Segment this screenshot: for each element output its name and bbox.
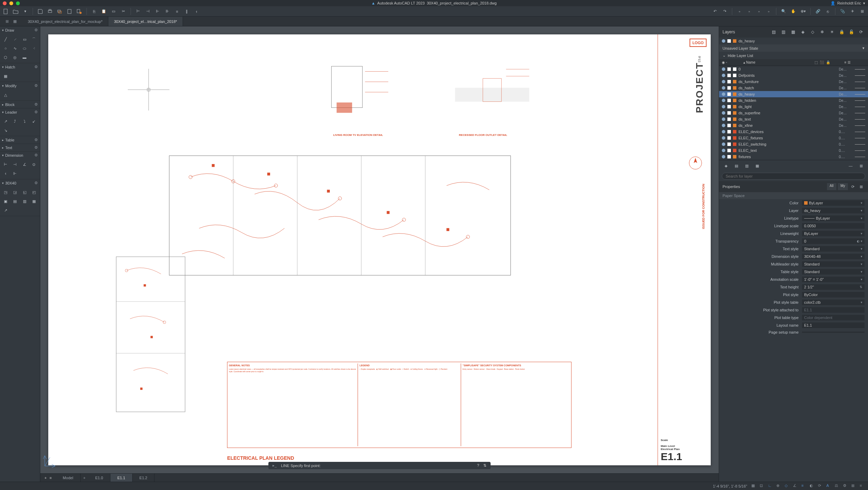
space-dropdown[interactable]: Paper Space xyxy=(719,192,868,199)
help-icon[interactable]: ? xyxy=(477,463,479,468)
zoom-icon[interactable]: ⊕▾ xyxy=(800,8,806,15)
opt-col-2[interactable]: ⬛ xyxy=(820,60,824,64)
sort-icon[interactable]: ▴ xyxy=(743,60,745,64)
layer-btn-10[interactable]: ⟳ xyxy=(858,28,865,35)
clip-icon[interactable]: 📎 xyxy=(840,8,846,15)
layer-freeze-icon[interactable] xyxy=(727,111,731,115)
layer-color-swatch[interactable] xyxy=(733,142,736,146)
gear-icon[interactable]: ⚙ xyxy=(34,110,38,114)
leader2-tool[interactable]: ↘ xyxy=(1,126,10,134)
30x40-section-header[interactable]: ▾ 30X40 ⚙ xyxy=(0,179,40,187)
polyline-tool[interactable]: ⟋ xyxy=(11,35,19,43)
modify-section-header[interactable]: ▾ Modify ⚙ xyxy=(0,82,40,89)
layout-tab-model[interactable]: Model xyxy=(56,474,81,482)
layer-row[interactable]: ds_xfine De… xyxy=(719,122,868,129)
layer-tb2-6[interactable]: ⊞ xyxy=(858,162,865,169)
pan-icon[interactable]: ✋ xyxy=(790,8,796,15)
home-icon[interactable]: ⊞ xyxy=(6,19,10,24)
region-tool[interactable]: ▬ xyxy=(20,53,29,62)
add-model-icon[interactable]: + xyxy=(81,476,88,480)
open-chevron-icon[interactable]: ▾ xyxy=(22,8,28,15)
layer-row[interactable]: ds_furniture De… xyxy=(719,79,868,85)
layer-tb2-2[interactable]: ▤ xyxy=(733,162,740,169)
dimension-section-header[interactable]: ▾ Dimension ⚙ xyxy=(0,152,40,159)
layer-color-swatch[interactable] xyxy=(733,136,736,140)
polygon-tool[interactable]: ⬡ xyxy=(1,53,10,62)
layout-tab-e10[interactable]: E1.0 xyxy=(88,474,110,482)
layer-vis-icon[interactable] xyxy=(722,80,725,83)
paper-space[interactable]: LIVING ROOM TV ELEVATION DETAIL RECESSED… xyxy=(48,34,710,465)
property-value-cell[interactable]: Standard▾ xyxy=(802,246,865,252)
layer-vis-icon[interactable] xyxy=(722,67,725,71)
property-value-cell[interactable]: color2.ctb▾ xyxy=(802,300,865,305)
file-tab-1[interactable]: 30X40_project_el…trical_plan_2018* xyxy=(108,17,183,26)
hide-layer-list-toggle[interactable]: ⌄ Hide Layer List xyxy=(719,52,868,59)
layer-tb2-5[interactable]: — xyxy=(847,162,854,169)
layer-freeze-icon[interactable] xyxy=(727,105,731,108)
doc1-icon[interactable]: ▫ xyxy=(736,8,743,15)
file-tab-0[interactable]: 30X40_project_electrical_plan_for_mockup… xyxy=(22,17,108,26)
property-value-cell[interactable]: E1.1 xyxy=(802,322,865,328)
layer-color-swatch[interactable] xyxy=(733,117,736,121)
new-icon[interactable] xyxy=(3,8,9,15)
undo-icon[interactable]: ↶ xyxy=(712,8,718,15)
search-icon[interactable]: 🔍 xyxy=(781,8,787,15)
layout-tab-e12[interactable]: E1.2 xyxy=(133,474,155,482)
sb-monitor-icon[interactable]: ⊞ xyxy=(851,483,857,489)
props-btn-1[interactable]: ⟳ xyxy=(849,183,856,190)
property-value-cell[interactable]: 0◐ ▾ xyxy=(802,238,865,244)
layer-btn-9[interactable]: 🔓 xyxy=(848,28,855,35)
property-value-cell[interactable]: ds_heavy▾ xyxy=(802,208,865,213)
layer-freeze-icon[interactable] xyxy=(727,92,731,96)
layer-row[interactable]: ds_text De… xyxy=(719,116,868,122)
close-window-button[interactable] xyxy=(3,1,7,5)
layer-vis-icon[interactable] xyxy=(722,86,725,90)
layer-btn-3[interactable]: ▦ xyxy=(790,28,796,35)
sb-trans-icon[interactable]: ◐ xyxy=(810,483,815,489)
dim-tool5-icon[interactable]: ≡ xyxy=(174,8,180,15)
opt-col-3[interactable]: 🔒 xyxy=(826,60,830,64)
dim-tool3-icon[interactable]: ⊩ xyxy=(155,8,161,15)
grid-icon[interactable]: ▦ xyxy=(13,19,18,24)
minimize-window-button[interactable] xyxy=(9,1,13,5)
layout-menu-icon[interactable]: ≡ xyxy=(49,476,51,480)
circle-tool[interactable]: ○ xyxy=(1,44,10,52)
property-value-cell[interactable]: Color dependent xyxy=(802,315,865,320)
user-name[interactable]: Reinholdt Eric xyxy=(837,1,861,5)
send-icon[interactable]: ✈ xyxy=(849,8,856,15)
dim-tool1-icon[interactable]: ⊢ xyxy=(135,8,141,15)
layer-state-dropdown[interactable]: Unsaved Layer State ▾ xyxy=(719,44,868,52)
link1-icon[interactable]: 🔗 xyxy=(815,8,821,15)
custom2-tool[interactable]: ◲ xyxy=(11,188,19,196)
property-value-cell[interactable]: Standard▾ xyxy=(802,261,865,267)
arc-tool[interactable]: ⌒ xyxy=(30,35,38,43)
command-line[interactable]: ▸_ LINE Specify first point: ? ⇅ xyxy=(268,462,491,469)
link2-icon[interactable]: ⎋ xyxy=(825,8,831,15)
cut-icon[interactable]: ✂ xyxy=(120,8,126,15)
copy-icon[interactable]: ⎘ xyxy=(91,8,97,15)
sb-otrack-icon[interactable]: ∠ xyxy=(793,483,799,489)
gear-icon[interactable]: ⚙ xyxy=(34,102,38,107)
gear-icon[interactable]: ⚙ xyxy=(34,138,38,142)
gear-icon[interactable]: ⚙ xyxy=(34,83,38,88)
layer-freeze-icon[interactable] xyxy=(727,124,731,127)
maximize-window-button[interactable] xyxy=(16,1,20,5)
layer-vis-icon[interactable] xyxy=(722,117,725,121)
layer-btn-2[interactable]: ▥ xyxy=(780,28,787,35)
current-layer-freeze-icon[interactable] xyxy=(727,39,731,43)
layer-row[interactable]: ELEC_fixtures 0.… xyxy=(719,135,868,141)
layer-vis-icon[interactable] xyxy=(722,124,725,127)
layer-row[interactable]: ds_hidden De… xyxy=(719,97,868,104)
draw-section-header[interactable]: ▾ Draw ⚙ xyxy=(0,26,40,34)
layer-row[interactable]: ds_light De… xyxy=(719,104,868,110)
text-section-header[interactable]: ▸ Text ⚙ xyxy=(0,144,40,151)
gear-icon[interactable]: ⚙ xyxy=(34,181,38,185)
sb-snap-icon[interactable]: ⊡ xyxy=(760,483,765,489)
layer-row[interactable]: ds_superfine De… xyxy=(719,110,868,116)
layer-vis-icon[interactable] xyxy=(722,155,725,158)
freeze-col-icon[interactable]: ▫ xyxy=(726,60,727,64)
mleader-tool[interactable]: ⤴ xyxy=(11,117,19,125)
custom4-tool[interactable]: ◰ xyxy=(30,188,38,196)
layer-freeze-icon[interactable] xyxy=(727,117,731,121)
batch-plot-icon[interactable] xyxy=(57,8,63,15)
